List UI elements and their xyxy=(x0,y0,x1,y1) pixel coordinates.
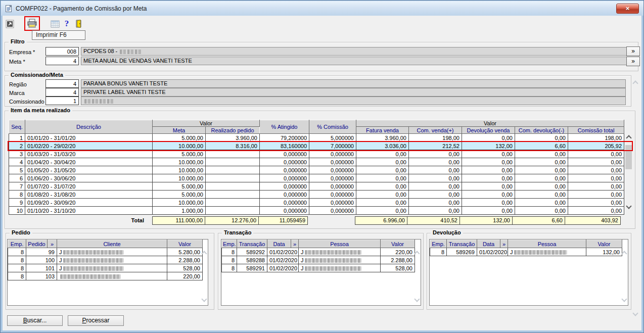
col-header-meta[interactable]: Meta xyxy=(153,127,206,134)
meta-row[interactable]: 101/01/20 - 31/01/205.000,003.960,0079,2… xyxy=(9,134,624,142)
list-row[interactable]: 858929101/02/2020J528,00 xyxy=(222,264,415,272)
close-button[interactable]: × xyxy=(616,4,639,14)
window-title: COMFP022 - Pagamento de Comissão por Met… xyxy=(16,5,147,12)
list-row[interactable]: 899J5.280,00 xyxy=(8,248,203,256)
meta-row[interactable]: 701/07/20 - 31/07/205.000,000,0000000,00… xyxy=(9,182,624,191)
col-header-devolucao-venda[interactable]: Devolução venda xyxy=(462,127,515,134)
list-cell: J xyxy=(57,248,167,256)
list-row[interactable]: 8101J528,00 xyxy=(8,264,203,272)
meta-cell xyxy=(206,158,260,166)
transacao-scroll-down[interactable] xyxy=(414,296,420,302)
list-row[interactable]: 858929201/02/2020J220,00 xyxy=(222,248,415,256)
regiao-code-input[interactable] xyxy=(45,79,79,88)
comissionado-groupbox: Comissionado/Meta Região PARANA BONUS VA… xyxy=(5,75,631,107)
help-icon: ? xyxy=(65,19,69,29)
pedido-scroll-down[interactable] xyxy=(201,296,207,302)
pedido-col-emp[interactable]: Emp. xyxy=(8,240,26,248)
transacao-col-pessoa[interactable]: Pessoa xyxy=(299,240,381,248)
meta-cell: 0,00 xyxy=(409,174,462,182)
exit-button[interactable] xyxy=(72,18,84,30)
col-header-seq[interactable]: Seq. xyxy=(9,120,25,134)
comissionado-code-input[interactable] xyxy=(45,97,79,105)
meta-cell: 7 xyxy=(9,182,25,191)
grid-scroll-thumb[interactable] xyxy=(625,145,632,169)
redacted-text xyxy=(63,266,124,271)
devolucao-scroll-down[interactable] xyxy=(621,296,627,302)
meta-row[interactable]: 501/05/20 - 31/05/2010.000,000,0000000,0… xyxy=(9,166,624,174)
buscar-button[interactable]: Buscar... xyxy=(7,315,63,326)
list-row[interactable]: 8103220,00 xyxy=(8,272,203,280)
devolucao-col-data[interactable]: Data xyxy=(477,240,500,248)
transacao-col-data[interactable]: Data xyxy=(267,240,291,248)
meta-row[interactable]: 301/03/20 - 31/03/205.000,000,0000000,00… xyxy=(9,150,624,158)
item-meta-legend: Item da meta realizado xyxy=(9,107,72,113)
devolucao-col-transacao[interactable]: Transação xyxy=(447,240,477,248)
meta-cell: 10.000,00 xyxy=(153,166,206,174)
col-header-fatura-venda[interactable]: Fatura venda xyxy=(356,127,409,134)
redacted-text xyxy=(120,50,141,54)
meta-row[interactable]: 1001/10/20 - 31/10/201.000,000,0000000,0… xyxy=(9,207,624,215)
col-header-atingido[interactable]: % Atingido xyxy=(260,120,309,134)
list-row[interactable]: 858926901/02/2020J132,00 xyxy=(430,248,622,256)
devolucao-col-more[interactable]: » xyxy=(500,240,508,248)
list-cell: J xyxy=(299,248,381,256)
meta-cell: 0,00 xyxy=(515,182,568,191)
devolucao-scroll-up[interactable] xyxy=(621,251,627,256)
grid-button[interactable] xyxy=(49,18,61,30)
meta-code-input[interactable] xyxy=(45,57,79,65)
pedido-col-valor[interactable]: Valor xyxy=(167,240,203,248)
col-group-valor-left: Valor xyxy=(153,120,260,127)
meta-cell: 0,00 xyxy=(462,182,515,191)
meta-cell: 212,52 xyxy=(409,142,462,150)
col-header-comissao-total[interactable]: Comissão total xyxy=(568,127,624,134)
meta-row[interactable]: 801/08/20 - 31/08/205.000,000,0000000,00… xyxy=(9,191,624,199)
help-button[interactable]: ? xyxy=(61,18,73,30)
pedido-col-more[interactable]: » xyxy=(48,240,57,248)
marca-code-input[interactable] xyxy=(45,88,79,97)
pedido-col-pedido[interactable]: Pedido xyxy=(26,240,48,248)
processar-button[interactable]: Processar xyxy=(68,315,124,326)
meta-cell: 10.000,00 xyxy=(153,199,206,207)
list-cell: 589291 xyxy=(237,264,267,272)
devolucao-col-pessoa[interactable]: Pessoa xyxy=(508,240,586,248)
empresa-code-input[interactable] xyxy=(45,47,79,56)
list-cell: 589288 xyxy=(237,256,267,264)
print-button[interactable] xyxy=(25,17,39,30)
col-header-descricao[interactable]: Descrição xyxy=(25,120,153,134)
transacao-col-transacao[interactable]: Transação xyxy=(237,240,267,248)
col-header-realizado[interactable]: Realizado pedido xyxy=(206,127,260,134)
list-row[interactable]: 858928801/02/2020J2.288,00 xyxy=(222,256,415,264)
meta-cell xyxy=(206,166,260,174)
list-cell: 8 xyxy=(222,248,237,256)
meta-row[interactable]: 901/09/20 - 30/09/2010.000,000,0000000,0… xyxy=(9,199,624,207)
transacao-scroll-up[interactable] xyxy=(414,251,420,256)
meta-row[interactable]: 401/04/20 - 30/04/2010.000,000,0000000,0… xyxy=(9,158,624,166)
list-cell: 528,00 xyxy=(381,264,415,272)
pedido-listbox: Emp. Pedido » Cliente Valor 899J5.280,00… xyxy=(7,239,208,306)
meta-row[interactable]: 601/06/20 - 30/06/2010.000,000,0000000,0… xyxy=(9,174,624,182)
meta-cell: 0,00 xyxy=(515,174,568,182)
transacao-col-valor[interactable]: Valor xyxy=(381,240,415,248)
titlebar[interactable]: COMFP022 - Pagamento de Comissão por Met… xyxy=(1,1,644,16)
meta-cell: 8.316,00 xyxy=(206,142,260,150)
transacao-col-emp[interactable]: Emp. xyxy=(222,240,237,248)
pedido-col-cliente[interactable]: Cliente xyxy=(57,240,167,248)
meta-cell: 0,00 xyxy=(409,199,462,207)
empresa-lookup-button[interactable]: » xyxy=(626,46,640,56)
meta-cell: 01/03/20 - 31/03/20 xyxy=(25,150,153,158)
list-row[interactable]: 8100J2.288,00 xyxy=(8,256,203,264)
devolucao-col-emp[interactable]: Emp. xyxy=(430,240,447,248)
meta-cell xyxy=(206,182,260,191)
meta-cell: 0,000000 xyxy=(260,166,309,174)
col-header-com-devolucao[interactable]: Com. devolução(-) xyxy=(515,127,568,134)
col-header-comissao[interactable]: % Comissão xyxy=(309,120,356,134)
col-header-com-venda[interactable]: Com. venda(+) xyxy=(409,127,462,134)
meta-cell: 0,00 xyxy=(568,166,624,174)
devolucao-col-valor[interactable]: Valor xyxy=(586,240,622,248)
meta-cell: 0,00 xyxy=(568,207,624,215)
meta-lookup-button[interactable]: » xyxy=(626,57,640,66)
detach-window-button[interactable] xyxy=(4,18,16,30)
transacao-col-more[interactable]: » xyxy=(291,240,299,248)
total-label: Total xyxy=(9,216,152,225)
meta-row[interactable]: 201/02/20 - 29/02/2010.000,008.316,0083,… xyxy=(9,142,624,150)
